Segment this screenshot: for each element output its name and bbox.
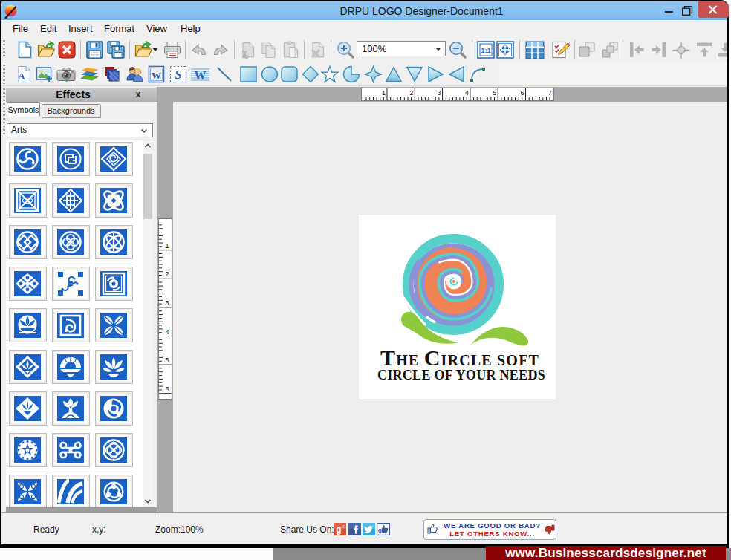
svg-text:W: W (152, 70, 161, 81)
svg-text:+: + (342, 524, 345, 530)
svg-text:1: 1 (382, 89, 386, 97)
svg-text:6: 6 (165, 385, 169, 393)
svg-text:4: 4 (165, 328, 169, 336)
svg-text:A: A (18, 71, 25, 82)
svg-text:1:1: 1:1 (481, 46, 491, 54)
svg-text:3: 3 (165, 299, 169, 307)
svg-text:4: 4 (465, 89, 469, 97)
svg-text:3: 3 (438, 89, 441, 97)
svg-text:2: 2 (165, 270, 169, 278)
svg-text:1: 1 (165, 242, 169, 250)
svg-text:5: 5 (165, 356, 169, 364)
svg-text:S: S (175, 68, 181, 82)
svg-text:5: 5 (493, 89, 496, 97)
svg-text:CIRCLE OF YOUR NEEDS: CIRCLE OF YOUR NEEDS (377, 368, 545, 382)
svg-text:g: g (336, 524, 341, 535)
svg-text:6: 6 (520, 89, 524, 97)
svg-text:W: W (195, 69, 207, 82)
svg-text:7: 7 (548, 89, 552, 97)
svg-text:THE CIRCLE SOFT: THE CIRCLE SOFT (380, 345, 539, 370)
svg-text:2: 2 (409, 89, 413, 97)
